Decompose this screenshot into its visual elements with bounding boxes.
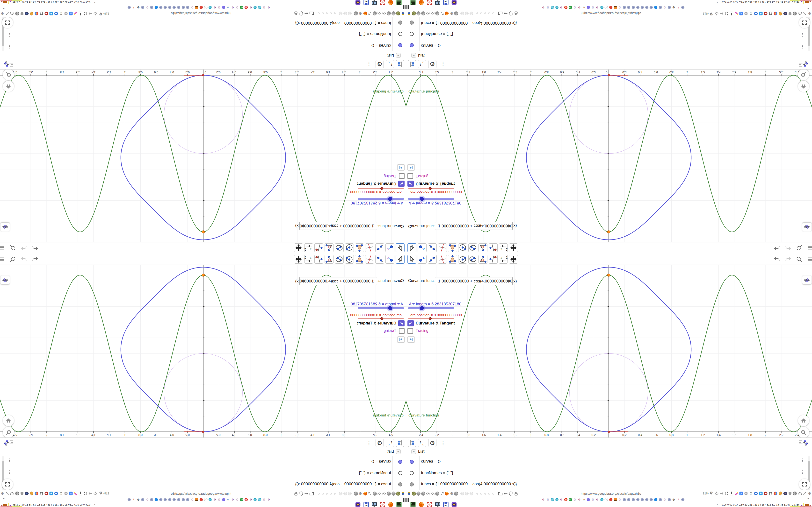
- gauge-icon[interactable]: [425, 11, 430, 16]
- shield-gray-icon[interactable]: [788, 11, 793, 16]
- gear-outline-icon[interactable]: ⚙: [807, 11, 812, 16]
- chevron-up-icon[interactable]: ⌃: [807, 5, 810, 10]
- home-button[interactable]: [3, 81, 14, 92]
- ellipse-tool-button[interactable]: [335, 255, 344, 264]
- ud-circle-icon[interactable]: UD: [783, 491, 788, 496]
- algebra-row-funcs[interactable]: funcs = {1.000000000000 + cos(4.00000000…: [406, 479, 812, 490]
- redo-button[interactable]: [21, 244, 27, 251]
- google-icon[interactable]: GG: [231, 5, 235, 9]
- globe-teal-icon[interactable]: [550, 498, 554, 502]
- thumb-icon[interactable]: [798, 491, 802, 496]
- home-button[interactable]: [3, 415, 14, 426]
- ring-dot-icon[interactable]: [325, 492, 329, 495]
- globe-teal-icon[interactable]: [253, 5, 257, 9]
- stylebar-kebab-button[interactable]: ⋮: [441, 61, 445, 67]
- reflect-tool-button[interactable]: [314, 255, 323, 264]
- gear-dark-icon[interactable]: ⚙: [672, 5, 676, 9]
- ring-dot-icon[interactable]: [333, 492, 337, 495]
- line-tool-button[interactable]: [428, 243, 437, 252]
- red-badge-icon[interactable]: [44, 11, 49, 16]
- google-icon[interactable]: GG: [546, 5, 550, 9]
- visibility-marble[interactable]: [410, 460, 414, 464]
- globe-teal-icon[interactable]: [258, 498, 262, 502]
- wiki-icon[interactable]: W: [226, 5, 230, 9]
- google-icon[interactable]: GG: [249, 498, 253, 502]
- row-kebab-icon[interactable]: ⋮: [800, 470, 805, 474]
- google-icon[interactable]: GG: [213, 498, 217, 502]
- trash-icon[interactable]: [768, 11, 773, 16]
- amber-shield-icon[interactable]: [778, 11, 783, 16]
- reload-icon[interactable]: [724, 491, 729, 496]
- curvature-tangent-checkbox[interactable]: ✓: [407, 181, 414, 187]
- visibility-marble[interactable]: [410, 471, 414, 475]
- arc-position-slider-knob[interactable]: [380, 187, 383, 190]
- menu-button[interactable]: [807, 256, 812, 263]
- owl-app-icon[interactable]: [451, 501, 457, 507]
- redo-button[interactable]: [785, 244, 791, 251]
- slider-tool-button[interactable]: a = 2: [499, 243, 508, 252]
- flower-icon[interactable]: [186, 5, 190, 9]
- gear-outline-icon[interactable]: ⚙: [449, 491, 454, 496]
- ring-icon[interactable]: [479, 492, 483, 495]
- google-icon[interactable]: GG: [145, 5, 149, 9]
- algebra-row-curves[interactable]: curves = {} ⋮: [0, 40, 406, 51]
- undo-button[interactable]: [32, 256, 38, 263]
- olive-target-icon[interactable]: [411, 491, 416, 496]
- graphics-view[interactable]: -2.4-2.2-2-1.8-1.6-1.4-1.2-1-0.8-0.6-0.4…: [406, 265, 812, 438]
- pin-v-icon[interactable]: [400, 491, 406, 496]
- pill-zero-icon[interactable]: 0: [63, 491, 68, 496]
- yandex-icon[interactable]: Я: [244, 498, 248, 502]
- menu-button[interactable]: [0, 244, 5, 251]
- down-blue-icon[interactable]: [758, 11, 763, 16]
- google-icon[interactable]: GG: [190, 5, 194, 9]
- terminal-app-icon[interactable]: [396, 0, 402, 6]
- globe-color-icon[interactable]: [34, 11, 39, 16]
- wrench-icon[interactable]: [367, 11, 373, 16]
- ring-icon[interactable]: [321, 12, 324, 15]
- pill-zero-icon[interactable]: 0: [744, 11, 749, 16]
- move-view-tool-button[interactable]: [294, 255, 303, 264]
- globe-icon[interactable]: [435, 491, 440, 496]
- flower-icon[interactable]: [627, 5, 631, 9]
- ring-icon[interactable]: [492, 12, 495, 15]
- globe-icon[interactable]: [372, 11, 377, 16]
- floppy64-app-icon[interactable]: 64: [363, 0, 369, 6]
- line-tool-button[interactable]: [375, 243, 384, 252]
- visibility-marble[interactable]: [398, 460, 402, 464]
- star-icon[interactable]: [93, 11, 98, 16]
- wiki-icon[interactable]: W: [226, 498, 230, 502]
- google-icon[interactable]: GG: [541, 5, 546, 9]
- yandex-icon[interactable]: Я: [564, 5, 568, 9]
- red-half-icon[interactable]: [199, 498, 203, 502]
- ring-icon[interactable]: [317, 12, 321, 15]
- translate-gray-icon[interactable]: A文: [98, 11, 102, 16]
- graphics-view[interactable]: -2.4-2.2-2-1.8-1.6-1.4-1.2-1-0.8-0.6-0.4…: [406, 69, 812, 242]
- step-animation-button[interactable]: [397, 164, 405, 171]
- gear-outline-icon[interactable]: ⚙: [0, 491, 5, 496]
- slider-tool-button[interactable]: a = 2: [304, 243, 313, 252]
- folder-icon[interactable]: [309, 11, 314, 16]
- google-icon[interactable]: GG: [249, 5, 253, 9]
- ring-dot-icon[interactable]: [484, 12, 487, 15]
- globe-teal-icon[interactable]: [555, 5, 559, 9]
- firefox-icon[interactable]: [363, 11, 368, 16]
- download-icon[interactable]: [78, 491, 83, 496]
- globe-icon[interactable]: [421, 491, 426, 496]
- perpendicular-line-tool-button[interactable]: [365, 255, 374, 264]
- gauge-icon[interactable]: [377, 491, 382, 496]
- gear-outline-icon[interactable]: ⚙: [449, 11, 454, 16]
- shield-gray-icon[interactable]: [788, 491, 793, 496]
- info-icon[interactable]: i: [604, 5, 608, 9]
- google-icon[interactable]: GG: [595, 498, 599, 502]
- move-view-tool-button[interactable]: [294, 243, 303, 252]
- globe-color-icon[interactable]: [773, 491, 778, 496]
- flower-purple-icon[interactable]: [586, 498, 591, 502]
- tray-expand-icon[interactable]: ⌃⌃: [716, 1, 718, 4]
- google-icon[interactable]: GG: [235, 498, 239, 502]
- trash-icon[interactable]: [39, 491, 44, 496]
- google-icon[interactable]: GG: [145, 498, 149, 502]
- translate-gray-icon[interactable]: A文: [710, 491, 714, 496]
- flower-icon[interactable]: [667, 498, 671, 502]
- curvature-tangent-checkbox[interactable]: ✓: [398, 181, 405, 187]
- google-icon[interactable]: GG: [573, 5, 577, 9]
